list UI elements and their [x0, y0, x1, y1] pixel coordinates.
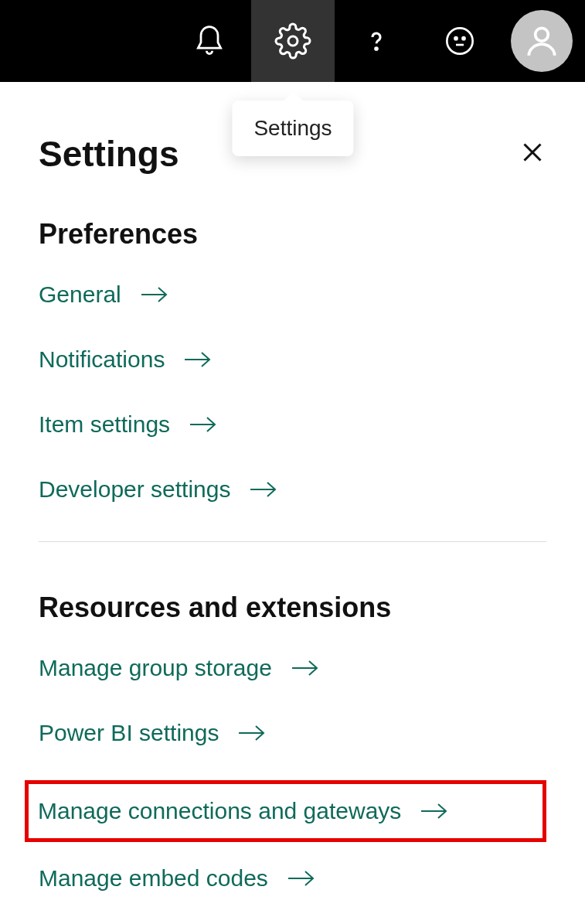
svg-point-2 — [447, 28, 472, 53]
section-title-preferences: Preferences — [39, 218, 546, 251]
notifications-icon[interactable] — [168, 0, 251, 82]
arrow-right-icon — [291, 657, 321, 679]
link-label: Power BI settings — [39, 720, 219, 746]
help-icon[interactable] — [335, 0, 418, 82]
link-item-settings[interactable]: Item settings — [39, 411, 546, 438]
link-label: Manage embed codes — [39, 865, 268, 892]
link-label: Manage connections and gateways — [38, 798, 401, 824]
arrow-right-icon — [420, 800, 451, 822]
link-manage-embed-codes[interactable]: Manage embed codes — [39, 865, 546, 892]
svg-point-3 — [455, 37, 457, 39]
link-general[interactable]: General — [39, 281, 546, 308]
arrow-right-icon — [287, 868, 318, 889]
page-title: Settings — [39, 133, 179, 175]
settings-panel: Settings Preferences General Notificatio… — [0, 82, 585, 892]
divider — [39, 541, 546, 542]
link-notifications[interactable]: Notifications — [39, 346, 546, 373]
link-label: Item settings — [39, 411, 170, 438]
topbar: Settings — [0, 0, 585, 82]
section-title-resources: Resources and extensions — [39, 592, 546, 624]
close-icon[interactable] — [519, 138, 546, 169]
arrow-right-icon — [237, 722, 268, 744]
link-label: General — [39, 281, 121, 308]
link-manage-group-storage[interactable]: Manage group storage — [39, 655, 546, 681]
link-power-bi-settings[interactable]: Power BI settings — [39, 720, 546, 746]
svg-point-4 — [463, 37, 465, 39]
arrow-right-icon — [249, 479, 280, 500]
link-label: Developer settings — [39, 476, 230, 503]
link-developer-settings[interactable]: Developer settings — [39, 476, 546, 503]
settings-tooltip: Settings — [232, 101, 353, 156]
settings-icon[interactable]: Settings — [251, 0, 335, 82]
feedback-icon[interactable] — [418, 0, 502, 82]
link-label: Notifications — [39, 346, 165, 373]
link-label: Manage group storage — [39, 655, 272, 681]
arrow-right-icon — [189, 414, 219, 435]
arrow-right-icon — [183, 349, 214, 370]
svg-point-1 — [376, 48, 378, 50]
svg-point-0 — [288, 36, 298, 46]
link-manage-connections-gateways[interactable]: Manage connections and gateways — [25, 780, 546, 842]
arrow-right-icon — [140, 284, 171, 305]
svg-point-6 — [536, 28, 549, 41]
avatar[interactable] — [511, 10, 573, 72]
